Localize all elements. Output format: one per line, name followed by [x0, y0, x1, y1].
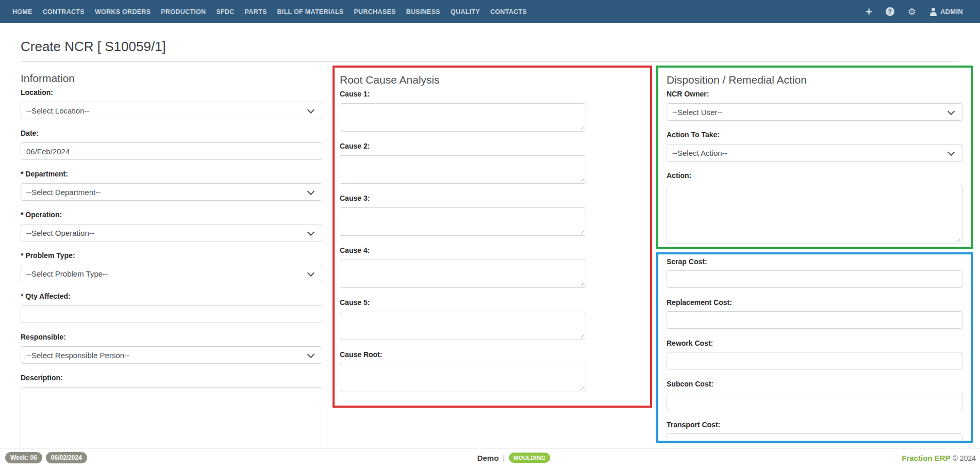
- scrap-cost-input[interactable]: [667, 270, 962, 288]
- problem-type-select-wrap: --Select Problem Type--: [21, 265, 322, 282]
- problem-type-select[interactable]: --Select Problem Type--: [21, 265, 322, 282]
- rework-cost-field: Rework Cost:: [667, 339, 962, 369]
- costs-section: Scrap Cost: Replacement Cost: Rework Cos…: [656, 252, 973, 443]
- operation-select-wrap: --Select Operation--: [21, 224, 322, 241]
- disposition-section: Disposition / Remedial Action NCR Owner:…: [656, 66, 973, 249]
- cause4-field: Cause 4:: [340, 246, 586, 288]
- cause2-textarea[interactable]: [340, 155, 586, 184]
- cause-root-label: Cause Root:: [340, 350, 586, 359]
- user-menu[interactable]: ADMIN: [929, 8, 963, 16]
- problem-type-field: * Problem Type: --Select Problem Type--: [21, 251, 322, 282]
- form-columns: Information Location: --Select Location-…: [21, 66, 959, 462]
- action-to-take-select-wrap: --Select Action--: [667, 144, 962, 162]
- date-input[interactable]: [21, 142, 322, 160]
- replacement-cost-label: Replacement Cost:: [667, 298, 962, 307]
- subcon-cost-input[interactable]: [667, 393, 962, 410]
- root-cause-section: Root Cause Analysis Cause 1: Cause 2: Ca…: [333, 66, 652, 408]
- date-field: Date:: [21, 129, 322, 160]
- cause1-field: Cause 1:: [340, 90, 586, 132]
- person-icon: [929, 8, 937, 16]
- location-field: Location: --Select Location--: [21, 88, 322, 119]
- nav-item-parts[interactable]: PARTS: [240, 8, 272, 15]
- qty-affected-field: * Qty Affected:: [21, 292, 322, 323]
- top-navbar: HOME CONTRACTS WORKS ORDERS PRODUCTION S…: [0, 0, 980, 23]
- action-to-take-select[interactable]: --Select Action--: [667, 144, 962, 162]
- subcon-cost-field: Subcon Cost:: [667, 380, 962, 410]
- cause4-textarea[interactable]: [340, 260, 586, 288]
- cause5-textarea-wrap: [340, 312, 586, 340]
- cause2-label: Cause 2:: [340, 142, 586, 151]
- transport-cost-input[interactable]: [667, 433, 962, 443]
- department-select[interactable]: --Select Department--: [21, 183, 322, 201]
- location-select[interactable]: --Select Location--: [21, 102, 322, 119]
- nav-item-bill-of-materials[interactable]: BILL OF MATERIALS: [272, 8, 349, 15]
- rework-cost-input[interactable]: [667, 352, 962, 369]
- problem-type-label: * Problem Type:: [21, 251, 322, 260]
- department-select-wrap: --Select Department--: [21, 183, 322, 201]
- ncr-owner-field: NCR Owner: --Select User--: [667, 90, 962, 121]
- footer-right: Fraction ERP © 2024: [902, 454, 976, 462]
- action-to-take-field: Action To Take: --Select Action--: [667, 131, 962, 162]
- status-footer: Week: 06 06/02/2024 Demo | MOULDING Frac…: [0, 448, 980, 467]
- brand-name: Fraction ERP: [902, 454, 950, 462]
- ncr-owner-select[interactable]: --Select User--: [667, 103, 962, 121]
- rework-cost-label: Rework Cost:: [667, 339, 962, 348]
- transport-cost-field: Transport Cost:: [667, 421, 962, 443]
- scrap-cost-field: Scrap Cost:: [667, 257, 962, 288]
- responsible-select-wrap: --Select Responsible Person--: [21, 346, 322, 364]
- subcon-cost-label: Subcon Cost:: [667, 380, 962, 389]
- disposition-heading: Disposition / Remedial Action: [667, 74, 962, 86]
- site-badge: MOULDING: [509, 453, 550, 463]
- cause3-textarea-wrap: [340, 207, 586, 236]
- cause4-textarea-wrap: [340, 260, 586, 288]
- action-to-take-label: Action To Take:: [667, 131, 962, 139]
- qty-affected-input[interactable]: [21, 305, 322, 323]
- ncr-owner-label: NCR Owner:: [667, 90, 962, 99]
- location-select-wrap: --Select Location--: [21, 102, 322, 119]
- nav-item-production[interactable]: PRODUCTION: [156, 8, 211, 15]
- cause2-textarea-wrap: [340, 155, 586, 184]
- footer-center: Demo | MOULDING: [477, 453, 551, 463]
- operation-select[interactable]: --Select Operation--: [21, 224, 322, 241]
- action-textarea[interactable]: [667, 185, 962, 244]
- replacement-cost-input[interactable]: [667, 311, 962, 329]
- cause-root-textarea-wrap: [340, 364, 586, 392]
- department-field: * Department: --Select Department--: [21, 170, 322, 201]
- transport-cost-label: Transport Cost:: [667, 421, 962, 429]
- user-label: ADMIN: [940, 8, 963, 15]
- help-icon[interactable]: ?: [886, 7, 894, 16]
- nav-item-business[interactable]: BUSINESS: [401, 8, 445, 15]
- nav-item-works-orders[interactable]: WORKS ORDERS: [90, 8, 156, 15]
- qty-affected-label: * Qty Affected:: [21, 292, 322, 301]
- nav-item-home[interactable]: HOME: [7, 8, 38, 15]
- nav-item-purchases[interactable]: PURCHASES: [348, 8, 401, 15]
- replacement-cost-field: Replacement Cost:: [667, 298, 962, 329]
- action-field: Action:: [667, 171, 962, 244]
- ncr-owner-select-wrap: --Select User--: [667, 103, 962, 121]
- responsible-field: Responsible: --Select Responsible Person…: [21, 333, 322, 364]
- nav-item-contacts[interactable]: CONTACTS: [485, 8, 532, 15]
- cause1-textarea[interactable]: [340, 103, 586, 132]
- nav-item-quality[interactable]: QUALITY: [445, 8, 485, 15]
- cause-root-textarea[interactable]: [340, 364, 586, 392]
- cause-root-field: Cause Root:: [340, 350, 586, 392]
- cause4-label: Cause 4:: [340, 246, 586, 255]
- nav-menu: HOME CONTRACTS WORKS ORDERS PRODUCTION S…: [7, 8, 532, 15]
- gear-icon[interactable]: ⚙: [908, 7, 916, 17]
- plus-icon[interactable]: +: [866, 7, 872, 17]
- action-textarea-wrap: [667, 185, 962, 244]
- responsible-select[interactable]: --Select Responsible Person--: [21, 346, 322, 364]
- nav-item-contracts[interactable]: CONTRACTS: [38, 8, 90, 15]
- nav-item-sfdc[interactable]: SFDC: [211, 8, 239, 15]
- cause3-field: Cause 3:: [340, 194, 586, 236]
- cause5-textarea[interactable]: [340, 312, 586, 340]
- cause2-field: Cause 2:: [340, 142, 586, 184]
- title-divider: [21, 61, 959, 62]
- information-heading: Information: [21, 72, 322, 84]
- footer-separator: |: [503, 454, 505, 462]
- operation-label: * Operation:: [21, 211, 322, 219]
- cause3-textarea[interactable]: [340, 207, 586, 236]
- cause5-field: Cause 5:: [340, 298, 586, 340]
- main-content: Create NCR [ S10059/1] Information Locat…: [0, 39, 980, 462]
- description-label: Description:: [21, 374, 322, 382]
